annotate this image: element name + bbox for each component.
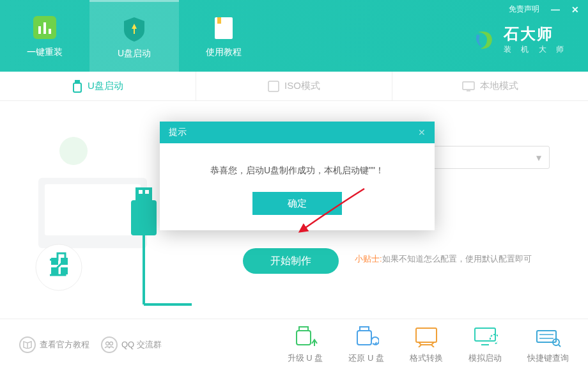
modal-title: 提示 [169, 127, 187, 138]
svg-rect-32 [475, 328, 495, 341]
brand-text: 石大师 装 机 大 师 [504, 24, 568, 55]
ok-label: 确定 [288, 198, 307, 210]
monitor-refresh-icon [472, 326, 498, 347]
action-label: 格式转换 [410, 352, 443, 364]
svg-rect-15 [61, 258, 68, 265]
modal-message: 恭喜您，启动U盘制作成功，本机启动键""！ [160, 143, 435, 192]
window-controls: 免责声明 — ✕ [509, 4, 579, 15]
tab-iso[interactable]: ISO模式 [196, 72, 392, 100]
svg-rect-19 [131, 200, 157, 235]
modal-footer: 确定 [160, 192, 435, 230]
monitor-icon [462, 81, 475, 91]
usb-refresh-icon [353, 326, 379, 347]
start-label: 开始制作 [270, 255, 311, 268]
modal-close-button[interactable]: ✕ [418, 127, 426, 138]
svg-point-25 [106, 342, 109, 345]
tutorial-link[interactable]: 查看官方教程 [19, 336, 89, 353]
svg-rect-9 [463, 82, 474, 90]
svg-rect-12 [45, 184, 141, 235]
usb-icon [72, 80, 82, 93]
tab-usb-boot[interactable]: U盘启动 [0, 72, 196, 100]
brand-logo-icon [472, 27, 497, 52]
minimize-button[interactable]: — [551, 4, 560, 15]
svg-rect-16 [51, 267, 58, 274]
svg-rect-1 [38, 26, 41, 34]
modal-header: 提示 ✕ [160, 122, 435, 143]
action-label: 还原 U 盘 [348, 352, 384, 364]
header-right: 免责声明 — ✕ 石大师 装 机 大 师 [472, 0, 588, 72]
usb-up-icon [293, 326, 318, 347]
action-label: 快捷键查询 [527, 352, 569, 364]
svg-rect-5 [217, 17, 221, 24]
action-restore-usb[interactable]: 还原 U 盘 [348, 326, 384, 364]
svg-rect-31 [416, 328, 437, 342]
success-modal: 提示 ✕ 恭喜您，启动U盘制作成功，本机启动键""！ 确定 [160, 122, 435, 230]
svg-rect-20 [135, 187, 152, 201]
action-simulate-boot[interactable]: 模拟启动 [468, 326, 502, 364]
svg-rect-7 [74, 83, 81, 92]
nav-label: 使用教程 [206, 47, 242, 58]
action-hotkey-lookup[interactable]: 快捷键查询 [527, 326, 569, 364]
nav-label: U盘启动 [118, 48, 151, 59]
footer-actions: 升级 U 盘 还原 U 盘 格式转换 模拟启动 快捷键查询 [288, 326, 569, 364]
svg-rect-14 [51, 258, 58, 265]
nav-reinstall[interactable]: 一键重装 [0, 0, 89, 72]
svg-line-38 [559, 345, 561, 347]
qq-group-link[interactable]: QQ 交流群 [101, 336, 162, 353]
action-format-convert[interactable]: 格式转换 [410, 326, 443, 364]
svg-rect-30 [357, 331, 371, 345]
svg-rect-21 [139, 190, 143, 194]
mode-tabs: U盘启动 ISO模式 本地模式 [0, 72, 588, 101]
svg-rect-22 [145, 190, 149, 194]
brand: 石大师 装 机 大 师 [472, 24, 568, 55]
tip-label: 小贴士: [355, 254, 382, 264]
book-icon [210, 13, 238, 42]
start-button[interactable]: 开始制作 [243, 248, 339, 274]
brand-title: 石大师 [504, 24, 568, 44]
tab-local[interactable]: 本地模式 [392, 72, 588, 100]
bar-chart-icon [31, 13, 59, 42]
svg-point-18 [59, 137, 88, 165]
action-label: 升级 U 盘 [288, 352, 323, 364]
tab-label: U盘启动 [88, 80, 123, 92]
footer-left: 查看官方教程 QQ 交流群 [19, 336, 162, 353]
users-icon [101, 336, 118, 353]
iso-icon [268, 81, 279, 92]
link-label: 查看官方教程 [40, 339, 89, 351]
action-label: 模拟启动 [468, 352, 502, 364]
nav-tutorial[interactable]: 使用教程 [179, 0, 268, 72]
close-button[interactable]: ✕ [571, 4, 579, 15]
nav-usb-boot[interactable]: U盘启动 [89, 0, 179, 72]
footer: 查看官方教程 QQ 交流群 升级 U 盘 还原 U 盘 格式转换 模拟启动 快捷… [0, 319, 588, 370]
tab-label: ISO模式 [284, 80, 320, 92]
link-label: QQ 交流群 [121, 339, 162, 351]
tip-body: 如果不知道怎么配置，使用默认配置即可 [382, 254, 532, 264]
nav-label: 一键重装 [27, 47, 63, 58]
svg-point-26 [110, 342, 113, 345]
modal-ok-button[interactable]: 确定 [252, 192, 342, 215]
svg-rect-3 [49, 29, 51, 34]
chevron-down-icon: ▾ [536, 152, 541, 164]
svg-rect-2 [43, 22, 46, 34]
tab-label: 本地模式 [480, 80, 518, 92]
tip-text: 小贴士:如果不知道怎么配置，使用默认配置即可 [355, 253, 532, 265]
action-upgrade-usb[interactable]: 升级 U 盘 [288, 326, 323, 364]
book-open-icon [19, 336, 36, 353]
disclaimer-link[interactable]: 免责声明 [509, 4, 539, 15]
header: 一键重装 U盘启动 使用教程 免责声明 — ✕ 石大师 装 机 大 师 [0, 0, 588, 72]
brand-subtitle: 装 机 大 师 [504, 44, 568, 55]
keyboard-search-icon [536, 326, 561, 347]
svg-rect-8 [268, 81, 279, 91]
svg-rect-28 [297, 331, 311, 345]
svg-rect-17 [61, 267, 68, 274]
shield-icon [120, 15, 148, 43]
convert-icon [414, 326, 439, 347]
